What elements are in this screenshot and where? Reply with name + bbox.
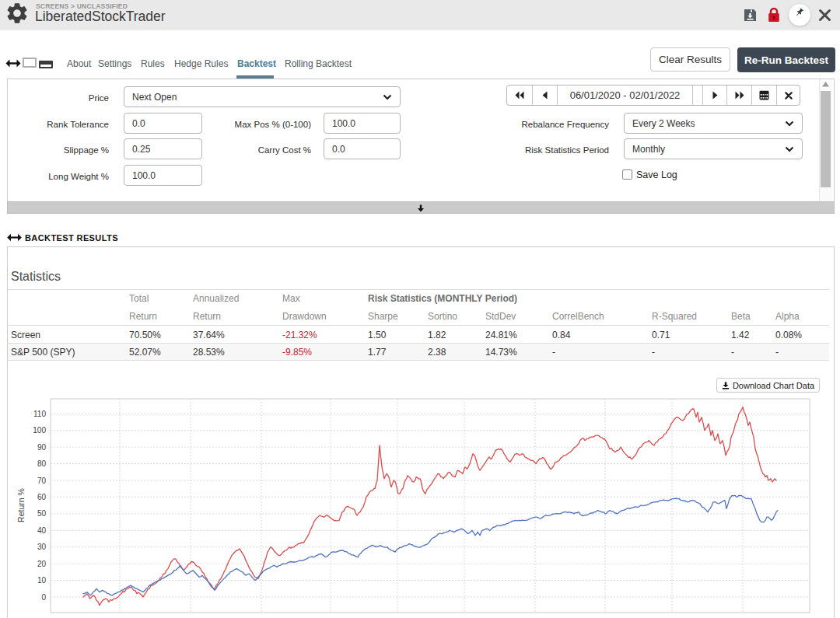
svg-text:110: 110: [33, 410, 46, 418]
svg-text:30: 30: [37, 543, 47, 551]
svg-text:80: 80: [37, 459, 47, 468]
svg-text:0: 0: [41, 593, 46, 602]
svg-text:Return %: Return %: [16, 488, 26, 522]
svg-text:70: 70: [37, 477, 47, 485]
svg-text:10: 10: [37, 576, 47, 585]
svg-text:90: 90: [37, 443, 47, 452]
svg-text:40: 40: [37, 526, 47, 535]
svg-text:50: 50: [37, 509, 47, 518]
svg-text:100: 100: [33, 426, 46, 435]
svg-text:60: 60: [37, 493, 47, 501]
svg-text:20: 20: [37, 560, 47, 568]
